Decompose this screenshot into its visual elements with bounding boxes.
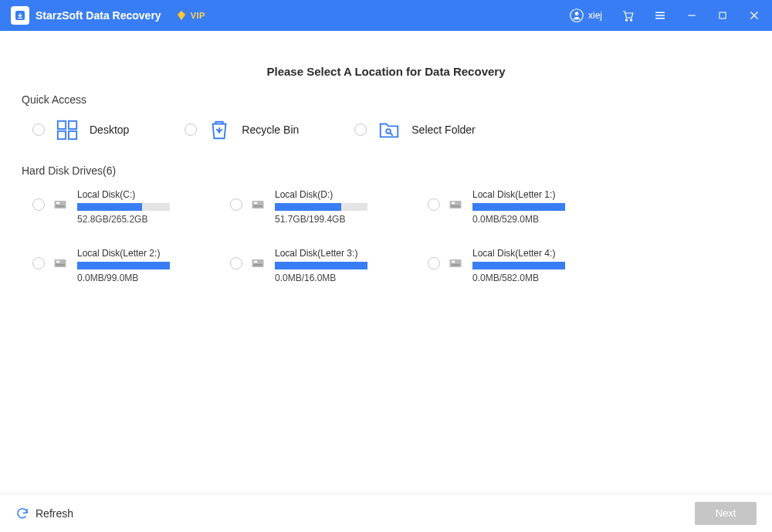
radio[interactable]: [230, 257, 242, 269]
ssd-icon: [250, 256, 266, 271]
svg-rect-6: [58, 121, 66, 129]
drive-item[interactable]: Local Disk(Letter 1:)0.0MB/529.0MB: [428, 189, 582, 225]
user-icon: [570, 8, 584, 22]
drive-item[interactable]: Local Disk(C:)52.8GB/265.2GB: [32, 189, 187, 225]
svg-rect-22: [56, 261, 59, 263]
svg-rect-20: [55, 259, 66, 267]
radio[interactable]: [230, 198, 242, 211]
svg-rect-18: [451, 205, 460, 208]
drive-name: Local Disk(Letter 4:): [472, 248, 565, 259]
drive-item[interactable]: Local Disk(Letter 2:)0.0MB/99.0MB: [32, 248, 187, 283]
drive-name: Local Disk(C:): [77, 189, 170, 200]
drive-size: 51.7GB/199.4GB: [275, 214, 367, 225]
maximize-icon: [716, 9, 729, 22]
minimize-button[interactable]: [686, 9, 698, 22]
quick-access-item[interactable]: Select Folder: [354, 118, 475, 141]
refresh-label: Refresh: [36, 507, 73, 520]
svg-rect-9: [69, 131, 76, 139]
quick-access-label: Select Folder: [411, 124, 475, 136]
svg-point-4: [630, 19, 631, 21]
recycle-icon: [208, 118, 231, 141]
quick-access-label: Desktop: [90, 124, 129, 136]
close-button[interactable]: [747, 8, 761, 22]
titlebar: StarzSoft Data Recovery VIP xiej: [0, 0, 772, 31]
menu-icon: [653, 8, 667, 22]
next-label: Next: [716, 507, 736, 519]
svg-rect-8: [58, 131, 66, 139]
maximize-button[interactable]: [716, 9, 729, 22]
minimize-icon: [686, 9, 698, 22]
drive-item[interactable]: Local Disk(Letter 4:)0.0MB/582.0MB: [428, 248, 582, 283]
radio[interactable]: [32, 257, 45, 269]
hard-drives-heading: Hard Disk Drives(6): [22, 164, 750, 177]
radio[interactable]: [185, 124, 197, 136]
next-button[interactable]: Next: [695, 502, 757, 525]
ssd-icon: [250, 197, 266, 212]
vip-icon: [175, 9, 188, 22]
svg-rect-5: [720, 12, 726, 19]
svg-point-2: [575, 12, 579, 15]
folder-icon: [378, 118, 401, 141]
svg-rect-27: [451, 264, 460, 266]
usage-bar: [275, 262, 367, 269]
drive-item[interactable]: Local Disk(D:)51.7GB/199.4GB: [230, 189, 384, 225]
ssd-icon: [52, 197, 68, 212]
svg-rect-11: [55, 201, 66, 208]
usage-bar: [77, 203, 170, 211]
username: xiej: [588, 10, 602, 21]
radio[interactable]: [354, 124, 367, 136]
radio[interactable]: [428, 198, 440, 211]
quick-access-item[interactable]: Recycle Bin: [185, 118, 299, 141]
radio[interactable]: [32, 198, 45, 211]
drive-size: 0.0MB/16.0MB: [275, 273, 367, 283]
svg-rect-13: [56, 202, 59, 205]
svg-rect-28: [452, 261, 455, 263]
ssd-icon: [448, 197, 463, 212]
app-title: StarzSoft Data Recovery: [36, 9, 161, 22]
ssd-icon: [448, 256, 463, 271]
drive-name: Local Disk(Letter 1:): [472, 189, 565, 200]
svg-rect-24: [253, 264, 262, 266]
footer: Refresh Next: [0, 493, 772, 532]
svg-rect-21: [56, 264, 65, 266]
svg-rect-16: [254, 202, 257, 205]
drive-name: Local Disk(Letter 2:): [77, 248, 170, 259]
desktop-icon: [56, 118, 79, 141]
drive-item[interactable]: Local Disk(Letter 3:)0.0MB/16.0MB: [230, 248, 384, 283]
refresh-icon: [15, 507, 29, 520]
quick-access-item[interactable]: Desktop: [32, 118, 129, 141]
refresh-button[interactable]: Refresh: [15, 507, 73, 520]
svg-rect-7: [69, 121, 76, 129]
app-logo: [11, 6, 29, 25]
drive-size: 0.0MB/529.0MB: [472, 214, 565, 225]
cart-button[interactable]: [621, 8, 635, 22]
radio[interactable]: [32, 124, 45, 136]
usage-bar: [472, 203, 565, 211]
svg-rect-23: [252, 259, 264, 267]
svg-rect-14: [252, 201, 264, 208]
usage-bar: [472, 262, 565, 269]
drive-name: Local Disk(Letter 3:): [275, 248, 367, 259]
vip-label: VIP: [191, 11, 205, 20]
radio[interactable]: [428, 257, 440, 269]
drive-size: 52.8GB/265.2GB: [77, 214, 170, 225]
usage-bar: [275, 203, 367, 211]
quick-access-label: Recycle Bin: [242, 124, 299, 136]
svg-point-10: [387, 129, 391, 134]
ssd-icon: [52, 256, 68, 271]
svg-point-3: [625, 19, 627, 21]
user-account[interactable]: xiej: [570, 8, 602, 22]
svg-rect-17: [450, 201, 462, 208]
svg-rect-15: [253, 205, 262, 208]
svg-rect-19: [452, 202, 455, 205]
page-heading: Please Select A Location for Data Recove…: [22, 65, 750, 78]
svg-rect-12: [56, 205, 65, 208]
drive-name: Local Disk(D:): [275, 189, 367, 200]
cart-icon: [621, 8, 635, 22]
quick-access-heading: Quick Access: [22, 93, 750, 106]
svg-rect-26: [450, 259, 462, 267]
usage-bar: [77, 262, 170, 269]
vip-badge[interactable]: VIP: [175, 9, 205, 22]
menu-button[interactable]: [653, 8, 667, 22]
drive-size: 0.0MB/99.0MB: [77, 273, 170, 283]
